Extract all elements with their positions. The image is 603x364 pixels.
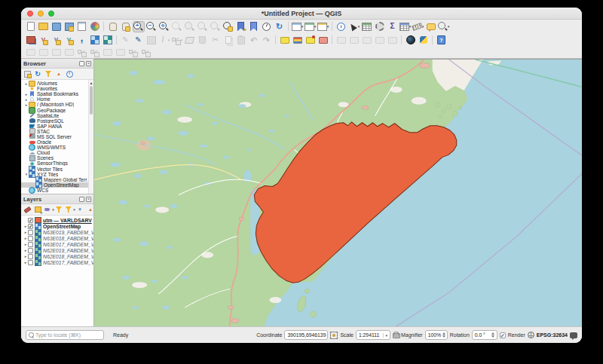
layer-visibility-checkbox[interactable] xyxy=(28,260,33,265)
open-attribute-table-button[interactable] xyxy=(361,21,373,32)
scroll-thumb[interactable] xyxy=(90,86,93,115)
manage-map-themes-button[interactable]: ▾ xyxy=(44,205,54,215)
pin-labels-button[interactable] xyxy=(305,35,317,46)
show-hide-labels-button[interactable] xyxy=(102,47,114,58)
new-map-view-button[interactable]: ▾ xyxy=(292,21,304,32)
move-label-button[interactable] xyxy=(25,47,37,58)
chevron-down-icon[interactable]: ▾ xyxy=(168,38,170,42)
scroll-up-icon[interactable]: ▲ xyxy=(89,81,93,85)
rotate-label-button[interactable] xyxy=(38,47,50,58)
locator-search-input[interactable]: Type to locate (⌘K) xyxy=(26,330,104,340)
zoom-last-button[interactable] xyxy=(197,21,209,32)
add-selected-layers-button[interactable] xyxy=(23,69,33,79)
layer-item-utm-varldsarv[interactable]: ✓utm — VARLDSARV xyxy=(21,217,93,223)
paste-features-button[interactable] xyxy=(235,35,247,46)
browser-close-button[interactable]: × xyxy=(86,61,91,66)
filter-by-expression-button[interactable]: ▾ xyxy=(66,205,75,215)
map-tips-button[interactable] xyxy=(425,21,437,32)
curved-label-button[interactable] xyxy=(63,47,75,58)
chevron-down-icon[interactable]: ▾ xyxy=(448,24,450,29)
rotation-input[interactable]: 0.0 ° xyxy=(472,330,497,340)
scale-combobox[interactable]: 1:294111 ▾ xyxy=(356,330,390,340)
layer-item-n63e019-fabdem-v1-2[interactable]: ▸N63E019_FABDEM_V1-2 xyxy=(21,229,93,235)
layer-diagram-options-button[interactable] xyxy=(292,35,304,46)
add-raster-layer-button[interactable] xyxy=(51,35,63,46)
modify-attributes-button[interactable] xyxy=(184,35,196,46)
add-vector-layer-button[interactable] xyxy=(38,35,50,46)
redo-button[interactable] xyxy=(261,35,273,46)
properties-button[interactable] xyxy=(66,69,75,79)
new-spatial-bookmark-button[interactable] xyxy=(235,21,247,32)
python-console-button[interactable] xyxy=(418,35,430,46)
layer-item-n63e017-fabdem-v1-2[interactable]: ▸N63E017_FABDEM_V1-2 xyxy=(21,241,93,247)
layer-item-n63e018-fabdem-v1-2[interactable]: ▸N63E018_FABDEM_V1-2 xyxy=(21,235,93,241)
add-wms-layer-button[interactable] xyxy=(89,35,101,46)
zoom-out-button[interactable] xyxy=(145,21,158,32)
vertex-tool-button[interactable]: ▾ xyxy=(171,35,183,46)
change-label-properties-button[interactable] xyxy=(51,47,63,58)
manage-layouts-button[interactable]: ▾ xyxy=(317,21,329,32)
open-layer-styling-panel-button[interactable] xyxy=(23,205,33,215)
save-layer-edits-button[interactable] xyxy=(145,35,158,46)
layers-float-button[interactable] xyxy=(79,197,84,202)
collapse-all-button[interactable] xyxy=(55,69,65,79)
zoom-full-button[interactable] xyxy=(158,21,170,32)
layer-item-n62e018-fabdem-v1-2[interactable]: ▸N62E018_FABDEM_V1-2 xyxy=(21,253,93,259)
extent-toggle-icon[interactable] xyxy=(330,332,338,339)
pan-map-button[interactable] xyxy=(107,21,119,32)
help-button[interactable] xyxy=(436,35,448,46)
layer-item-n62e019-fabdem-v1-2[interactable]: ▸N62E019_FABDEM_V1-2 xyxy=(21,247,93,253)
highlight-pinned-labels-button[interactable] xyxy=(317,35,329,46)
label-tool-3-button[interactable] xyxy=(361,35,373,46)
spinner-icon[interactable] xyxy=(491,332,494,338)
project-save-button[interactable] xyxy=(51,21,63,32)
chevron-down-icon[interactable]: ▾ xyxy=(409,24,412,29)
toggle-unplaced-labels-button[interactable] xyxy=(127,47,139,58)
layer-visibility-checkbox[interactable] xyxy=(28,230,33,235)
layer-visibility-checkbox[interactable] xyxy=(28,236,33,241)
label-tool-5-button[interactable] xyxy=(387,35,399,46)
layer-visibility-checkbox[interactable] xyxy=(28,248,33,253)
layer-item-openstreetmap[interactable]: ▸✓OpenStreetMap xyxy=(21,223,93,229)
lock-scale-icon[interactable] xyxy=(393,332,399,338)
measure-button[interactable]: ▾ xyxy=(412,21,424,32)
label-tool-4-button[interactable] xyxy=(374,35,386,46)
refresh-button[interactable] xyxy=(34,69,44,79)
browser-item-xyz-tiles[interactable]: ▾XYZ Tiles xyxy=(21,172,93,177)
open-data-source-manager-button[interactable] xyxy=(25,35,37,46)
label-tool-2-button[interactable] xyxy=(348,35,360,46)
metasearch-button[interactable] xyxy=(405,35,417,46)
title-bar[interactable]: *Untitled Project — QGIS xyxy=(21,8,582,20)
project-open-button[interactable] xyxy=(38,21,50,32)
messages-icon[interactable] xyxy=(570,332,577,338)
statistical-summary-button[interactable] xyxy=(387,21,399,32)
crs-status[interactable]: EPSG:32634 xyxy=(537,332,568,338)
expand-all-button[interactable] xyxy=(76,205,86,215)
zoom-in-button[interactable] xyxy=(133,21,145,32)
cut-features-button[interactable] xyxy=(210,35,222,46)
current-edits-button[interactable] xyxy=(120,35,132,46)
chevron-down-icon[interactable]: ▾ xyxy=(73,207,75,212)
diagram-properties-button[interactable] xyxy=(140,47,152,58)
move-diagram-button[interactable] xyxy=(76,47,88,58)
rotate-diagram-button[interactable] xyxy=(89,47,101,58)
layer-visibility-checkbox[interactable]: ✓ xyxy=(28,218,33,223)
delete-selected-button[interactable] xyxy=(197,35,209,46)
geocoder-button[interactable]: ▾ xyxy=(438,21,450,32)
add-xyz-layer-button[interactable] xyxy=(102,35,114,46)
zoom-next-button[interactable] xyxy=(210,21,222,32)
browser-float-button[interactable] xyxy=(79,61,84,66)
map-canvas[interactable] xyxy=(94,59,582,326)
copy-features-button[interactable] xyxy=(222,35,234,46)
undo-button[interactable] xyxy=(248,35,260,46)
layer-item-n62e017-fabdem-v1-2[interactable]: ▸N62E017_FABDEM_V1-2 xyxy=(21,259,93,265)
project-new-button[interactable] xyxy=(25,21,37,32)
layer-visibility-checkbox[interactable] xyxy=(28,254,33,259)
browser-scrollbar[interactable]: ▲ xyxy=(88,80,93,194)
layer-labeling-options-button[interactable] xyxy=(279,35,291,46)
zoom-to-native-resolution-button[interactable] xyxy=(222,21,234,32)
project-save-as-button[interactable] xyxy=(63,21,75,32)
chevron-down-icon[interactable]: ▾ xyxy=(314,24,317,29)
crs-globe-icon[interactable] xyxy=(528,332,534,338)
toggle-editing-button[interactable] xyxy=(133,35,145,46)
